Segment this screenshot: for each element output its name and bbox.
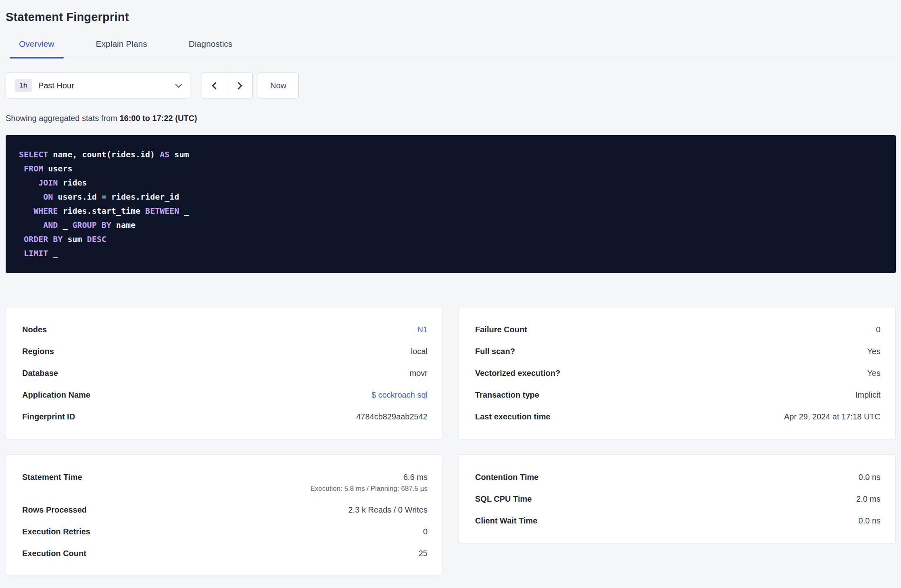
chevron-left-icon: [212, 82, 219, 89]
execution-attributes-card: Failure Count0Full scan?YesVectorized ex…: [459, 307, 896, 439]
stat-value-wrap: Implicit: [855, 389, 880, 400]
statement-timing-card: Statement Time6.6 msExecution: 5.8 ms / …: [6, 455, 443, 576]
stat-label: Client Wait Time: [475, 515, 537, 526]
stat-label: Rows Processed: [22, 504, 87, 515]
stat-row: Databasemovr: [22, 362, 428, 384]
sql-text: [19, 192, 43, 202]
interval-arrows: [202, 73, 252, 98]
sql-line: LIMIT _: [19, 246, 882, 261]
sql-line: JOIN rides: [19, 176, 882, 190]
stat-row: Client Wait Time0.0 ns: [475, 510, 880, 532]
sql-text: [19, 248, 24, 258]
sql-line: FROM users: [19, 162, 882, 176]
sql-line: WHERE rides.start_time BETWEEN _: [19, 204, 882, 218]
chevron-right-icon: [235, 82, 242, 89]
tab-bar: OverviewExplain PlansDiagnostics: [6, 39, 896, 58]
stat-label: Full scan?: [475, 346, 515, 357]
sql-text: rides.start_time: [58, 206, 145, 216]
stat-value-wrap: 4784cb829aab2542: [356, 411, 428, 422]
sql-line: ON users.id = rides.rider_id: [19, 190, 882, 204]
sql-text: name, count(rides.id): [48, 150, 160, 159]
stat-value-wrap: 0: [876, 324, 880, 335]
stat-row: Last execution timeApr 29, 2024 at 17:18…: [475, 406, 880, 427]
sql-keyword: BETWEEN: [145, 206, 179, 216]
stat-value-wrap: 25: [419, 548, 428, 559]
sql-text: users: [43, 164, 72, 173]
sql-keyword: WHERE: [33, 206, 58, 216]
stat-row: Fingerprint ID4784cb829aab2542: [22, 406, 428, 427]
sql-text: [19, 220, 43, 230]
sql-text: [19, 178, 38, 188]
sql-keyword: JOIN: [38, 178, 58, 188]
stat-value-wrap: Apr 29, 2024 at 17:18 UTC: [784, 411, 880, 422]
stat-value-wrap: $ cockroach sql: [371, 389, 428, 400]
stat-value: Implicit: [855, 389, 880, 400]
sql-text: name: [111, 220, 136, 230]
sql-text: [19, 206, 33, 216]
stat-value-wrap: 2.0 ms: [856, 493, 880, 505]
stat-value: 0.0 ns: [859, 515, 880, 526]
stat-label: SQL CPU Time: [475, 493, 532, 505]
tab-overview[interactable]: Overview: [10, 39, 64, 58]
stat-value: Apr 29, 2024 at 17:18 UTC: [784, 411, 880, 422]
stat-label: Contention Time: [475, 471, 538, 483]
sql-keyword: AND: [43, 220, 58, 230]
tab-diagnostics[interactable]: Diagnostics: [179, 39, 242, 58]
sql-keyword: FROM: [24, 164, 43, 173]
sql-text: _: [48, 248, 58, 258]
stat-value: 0: [423, 526, 428, 537]
tab-explain-plans[interactable]: Explain Plans: [87, 39, 156, 58]
stat-value: 2.0 ms: [856, 493, 880, 505]
stat-value: 25: [419, 548, 428, 559]
interval-badge: 1h: [15, 79, 32, 92]
sql-text: _: [179, 206, 189, 216]
sql-keyword: DESC: [87, 234, 106, 244]
sql-text: users.id = rides.rider_id: [53, 192, 179, 202]
now-button[interactable]: Now: [258, 73, 299, 98]
stat-value: movr: [410, 367, 428, 379]
stat-row: Execution Retries0: [22, 521, 428, 542]
stat-value: local: [411, 346, 428, 357]
stat-label: Transaction type: [475, 389, 539, 400]
stats-line-range: 16:00 to 17:22 (UTC): [119, 114, 197, 123]
statement-details-card: NodesN1RegionslocalDatabasemovrApplicati…: [6, 307, 443, 439]
stat-label: Regions: [22, 346, 54, 357]
prev-interval-button[interactable]: [202, 73, 227, 98]
sql-keyword: ON: [43, 192, 53, 202]
stat-label: Fingerprint ID: [22, 411, 75, 422]
stat-value: 2.3 k Reads / 0 Writes: [348, 504, 428, 515]
stat-row: SQL CPU Time2.0 ms: [475, 488, 880, 510]
wait-timing-card: Contention Time0.0 nsSQL CPU Time2.0 msC…: [459, 455, 896, 543]
next-interval-button[interactable]: [227, 73, 252, 98]
summary-cards: NodesN1RegionslocalDatabasemovrApplicati…: [6, 307, 896, 576]
stat-row: Contention Time0.0 ns: [475, 466, 880, 488]
sql-line: ORDER BY sum DESC: [19, 232, 882, 246]
stat-label: Statement Time: [22, 471, 82, 494]
stat-label: Failure Count: [475, 324, 527, 335]
stat-value-wrap: Yes: [867, 367, 880, 379]
stat-label: Application Name: [22, 389, 90, 400]
stat-label: Vectorized execution?: [475, 367, 560, 379]
stat-value: Yes: [867, 346, 880, 357]
stat-row: Transaction typeImplicit: [475, 384, 880, 406]
stat-value: 0.0 ns: [859, 471, 880, 483]
stat-row: Application Name$ cockroach sql: [22, 384, 428, 406]
time-interval-dropdown[interactable]: 1h Past Hour: [6, 73, 190, 98]
stat-label: Execution Count: [22, 548, 86, 559]
stat-value-link[interactable]: N1: [417, 324, 428, 335]
stat-value-wrap: N1: [417, 324, 428, 335]
stat-value: 0: [876, 324, 880, 335]
stat-row: NodesN1: [22, 319, 428, 340]
sql-keyword: ORDER BY: [24, 234, 63, 244]
stat-value-wrap: 0.0 ns: [859, 471, 880, 483]
stat-value: 4784cb829aab2542: [356, 411, 428, 422]
stat-value-link[interactable]: $ cockroach sql: [371, 389, 428, 400]
stat-label: Nodes: [22, 324, 47, 335]
stat-row: Vectorized execution?Yes: [475, 362, 880, 384]
stat-value-wrap: Yes: [867, 346, 880, 357]
chevron-down-icon: [175, 81, 182, 88]
stat-row: Regionslocal: [22, 340, 428, 362]
stat-label: Execution Retries: [22, 526, 90, 537]
stat-value-wrap: movr: [410, 367, 428, 379]
sql-text: rides: [58, 178, 87, 188]
